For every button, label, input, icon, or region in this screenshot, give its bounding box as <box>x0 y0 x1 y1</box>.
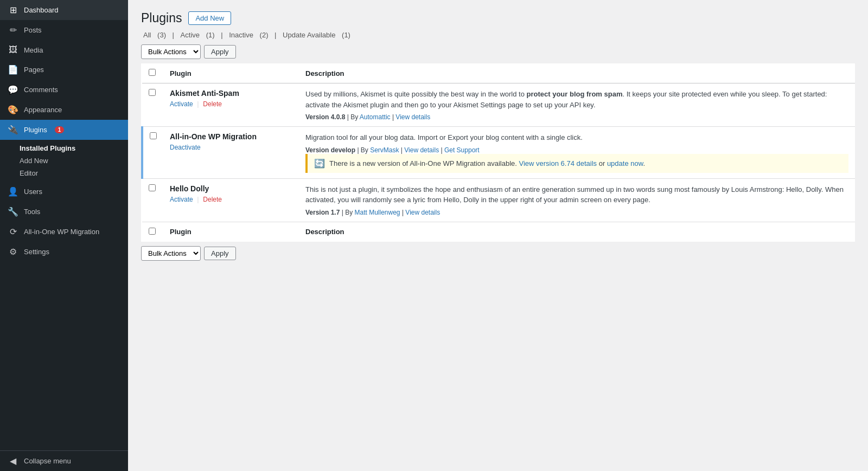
footer-cb-col <box>142 222 163 242</box>
sidebar-item-media[interactable]: 🖼 Media <box>0 40 128 60</box>
sidebar-item-dashboard[interactable]: ⊞ Dashboard <box>0 0 128 20</box>
col-checkbox-header <box>142 63 163 83</box>
row-checkbox-cell <box>142 178 163 222</box>
plugin-info-cell-allinone: All-in-One WP Migration Deactivate <box>163 127 299 179</box>
filter-links: All (3) | Active (1) | Inactive (2) | Up… <box>141 31 855 39</box>
update-text: There is a new version of All-in-One WP … <box>329 159 645 167</box>
table-row: All-in-One WP Migration Deactivate Migra… <box>142 127 855 179</box>
deactivate-allinone-link[interactable]: Deactivate <box>170 144 201 151</box>
plugin-actions-allinone: Deactivate <box>170 143 292 151</box>
plugin-info-cell-akismet: Akismet Anti-Spam Activate | Delete <box>163 83 299 127</box>
dashboard-icon: ⊞ <box>8 5 18 15</box>
tools-icon: 🔧 <box>8 207 18 217</box>
activate-akismet-link[interactable]: Activate <box>170 100 193 108</box>
update-now-link[interactable]: update now <box>607 159 643 167</box>
col-plugin-header: Plugin <box>163 63 299 83</box>
plugin-checkbox-allinone[interactable] <box>150 132 157 139</box>
filter-update-available[interactable]: Update Available (1) <box>280 31 353 39</box>
page-header: Plugins Add New <box>141 11 855 25</box>
settings-icon: ⚙ <box>8 247 18 257</box>
plugin-checkbox-hellodolly[interactable] <box>149 184 156 191</box>
akismet-details-link[interactable]: View details <box>395 113 430 121</box>
plugin-desc-cell-akismet: Used by millions, Akismet is quite possi… <box>299 83 855 127</box>
sidebar-collapse[interactable]: ◀ Collapse menu <box>0 450 128 471</box>
update-notice-allinone: 🔄 There is a new version of All-in-One W… <box>305 154 848 173</box>
appearance-icon: 🎨 <box>8 105 18 115</box>
row-checkbox-cell <box>142 83 163 127</box>
footer-desc-col: Description <box>299 222 855 242</box>
plugin-meta-hellodolly: Version 1.7 | By Matt Mullenweg | View d… <box>305 209 848 216</box>
sidebar-item-pages[interactable]: 📄 Pages <box>0 60 128 80</box>
sidebar-item-tools[interactable]: 🔧 Tools <box>0 202 128 222</box>
plugin-name-akismet: Akismet Anti-Spam <box>170 89 292 98</box>
sidebar-item-appearance[interactable]: 🎨 Appearance <box>0 100 128 120</box>
sidebar-item-users[interactable]: 👤 Users <box>0 182 128 202</box>
collapse-icon: ◀ <box>8 456 18 466</box>
update-icon: 🔄 <box>314 158 325 169</box>
users-icon: 👤 <box>8 186 18 197</box>
row-checkbox-cell <box>142 127 163 179</box>
select-all-checkbox-bottom[interactable] <box>149 228 156 235</box>
sidebar-sub-installed[interactable]: Installed Plugins <box>20 142 128 154</box>
plugin-name-hellodolly: Hello Dolly <box>170 184 292 193</box>
sidebar-item-comments[interactable]: 💬 Comments <box>0 80 128 100</box>
select-all-checkbox-top[interactable] <box>149 69 156 76</box>
hellodolly-author-link[interactable]: Matt Mullenweg <box>355 209 400 216</box>
table-footer-row: Plugin Description <box>142 222 855 242</box>
table-row: Hello Dolly Activate | Delete This is no… <box>142 178 855 222</box>
posts-icon: ✏ <box>8 25 18 35</box>
allinone-icon: ⟳ <box>8 227 18 237</box>
bulk-actions-bottom-select[interactable]: Bulk Actions Activate Deactivate Delete … <box>141 246 201 261</box>
akismet-author-link[interactable]: Automattic <box>360 113 391 121</box>
sidebar-item-plugins[interactable]: 🔌 Plugins 1 <box>0 120 128 140</box>
plugin-meta-akismet: Version 4.0.8 | By Automattic | View det… <box>305 113 848 121</box>
col-desc-header: Description <box>299 63 855 83</box>
add-new-button[interactable]: Add New <box>188 11 231 25</box>
plugins-icon: 🔌 <box>8 125 18 135</box>
apply-top-button[interactable]: Apply <box>204 45 236 59</box>
main-content: Plugins Add New All (3) | Active (1) | I… <box>128 0 868 471</box>
delete-hellodolly-link[interactable]: Delete <box>203 196 222 203</box>
view-version-link[interactable]: View version 6.74 details <box>519 159 597 167</box>
sidebar-item-settings[interactable]: ⚙ Settings <box>0 242 128 262</box>
plugin-name-allinone: All-in-One WP Migration <box>170 132 292 141</box>
apply-bottom-button[interactable]: Apply <box>204 247 236 260</box>
activate-hellodolly-link[interactable]: Activate <box>170 196 193 203</box>
plugin-meta-allinone: Version develop | By ServMask | View det… <box>305 146 848 154</box>
hellodolly-details-link[interactable]: View details <box>405 209 440 216</box>
pages-icon: 📄 <box>8 64 18 75</box>
plugins-table: Plugin Description Akismet Anti-Spam Act… <box>141 63 855 242</box>
allinone-details-link[interactable]: View details <box>404 146 439 154</box>
allinone-author-link[interactable]: ServMask <box>370 146 399 154</box>
filter-active[interactable]: Active (1) <box>178 31 217 39</box>
bulk-actions-top-select[interactable]: Bulk Actions Activate Deactivate Delete … <box>141 44 201 59</box>
comments-icon: 💬 <box>8 85 18 95</box>
plugin-desc-cell-allinone: Migration tool for all your blog data. I… <box>299 127 855 179</box>
plugins-badge: 1 <box>55 126 65 133</box>
sidebar-sub-editor[interactable]: Editor <box>20 167 128 179</box>
table-row: Akismet Anti-Spam Activate | Delete Used… <box>142 83 855 127</box>
media-icon: 🖼 <box>8 45 18 55</box>
bulk-bar-bottom: Bulk Actions Activate Deactivate Delete … <box>141 246 855 261</box>
plugin-description-allinone: Migration tool for all your blog data. I… <box>305 132 848 143</box>
footer-plugin-col: Plugin <box>163 222 299 242</box>
bulk-bar-top: Bulk Actions Activate Deactivate Delete … <box>141 44 855 59</box>
delete-akismet-link[interactable]: Delete <box>203 100 222 108</box>
plugin-description-akismet: Used by millions, Akismet is quite possi… <box>305 89 848 110</box>
plugin-info-cell-hellodolly: Hello Dolly Activate | Delete <box>163 178 299 222</box>
page-title: Plugins <box>141 11 182 25</box>
plugin-checkbox-akismet[interactable] <box>149 89 156 96</box>
allinone-support-link[interactable]: Get Support <box>444 146 480 154</box>
plugin-actions-hellodolly: Activate | Delete <box>170 195 292 203</box>
plugin-actions-akismet: Activate | Delete <box>170 100 292 108</box>
sidebar-item-posts[interactable]: ✏ Posts <box>0 20 128 40</box>
plugin-desc-cell-hellodolly: This is not just a plugin, it symbolizes… <box>299 178 855 222</box>
sidebar-item-allinone[interactable]: ⟳ All-in-One WP Migration <box>0 222 128 242</box>
sidebar: ⊞ Dashboard ✏ Posts 🖼 Media 📄 Pages 💬 Co… <box>0 0 128 471</box>
filter-all[interactable]: All (3) <box>141 31 168 39</box>
plugin-description-hellodolly: This is not just a plugin, it symbolizes… <box>305 184 848 205</box>
plugins-submenu: Installed Plugins Add New Editor <box>0 140 128 182</box>
sidebar-sub-addnew[interactable]: Add New <box>20 154 128 167</box>
filter-inactive[interactable]: Inactive (2) <box>227 31 270 39</box>
